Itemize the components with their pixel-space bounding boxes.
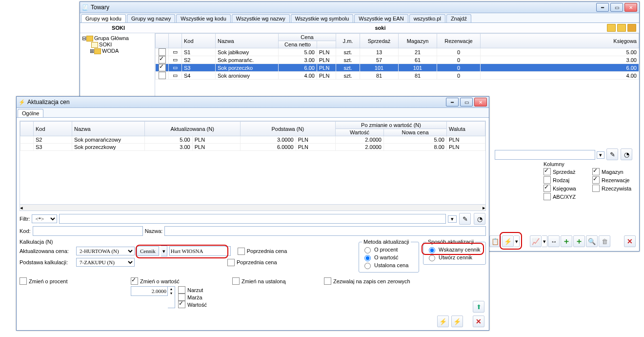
lightning-icon[interactable]: ⚡	[437, 316, 449, 327]
table-row[interactable]: ▭S2Sok pomarańc.3.00PLNszt.576103.00	[156, 56, 639, 64]
scrollbar[interactable]: ◂▸	[20, 205, 486, 211]
search-icon[interactable]: 🔍	[586, 235, 598, 247]
sposob-utworz[interactable]	[429, 255, 435, 261]
row-checkbox[interactable]	[159, 48, 166, 56]
narzut-checkbox[interactable]	[178, 286, 185, 294]
kolumny-item[interactable]: Magazyn	[592, 168, 636, 175]
highlight-ring	[422, 243, 484, 255]
towary-tabs: Grupy wg koduGrupy wg nazwyWszystkie wg …	[80, 13, 639, 23]
zm-wart-checkbox[interactable]	[131, 277, 138, 285]
folder-icon[interactable]	[607, 24, 616, 32]
lightning-icon: ⚡	[19, 99, 25, 105]
filter-icon[interactable]: ◔	[474, 213, 485, 225]
wartosc-checkbox[interactable]	[178, 301, 185, 308]
table-row[interactable]: ▭S4Sok aroniowy4.00PLNszt.818104.00	[156, 72, 639, 80]
nazwa-label: Nazwa:	[145, 228, 163, 234]
folder-icon[interactable]	[617, 24, 626, 32]
cancel-icon[interactable]: ✕	[473, 316, 484, 327]
minimize-button[interactable]: ━	[446, 98, 459, 106]
add-big-icon[interactable]: ＋	[561, 235, 572, 247]
maximize-button[interactable]: ▭	[460, 98, 473, 106]
search-input[interactable]	[495, 150, 595, 160]
table-row[interactable]: ▭S1Sok jabłkowy5.00PLNszt.132105.00	[156, 48, 639, 56]
row-checkbox[interactable]	[159, 56, 166, 63]
table-row[interactable]: S3Sok porzeczkowy3.00PLN6.0000PLN2.00008…	[20, 144, 485, 151]
filter-input[interactable]	[59, 214, 446, 224]
tab[interactable]: wszystko.pl	[409, 14, 445, 22]
pod-select[interactable]: 7-ZAKUPU (N)	[76, 258, 135, 267]
chart-icon[interactable]: 📈	[530, 235, 542, 247]
metoda-wartosc[interactable]	[364, 255, 371, 261]
akt-cena-select[interactable]: 2-HURTOWA (N)	[76, 247, 135, 255]
kolumny-item[interactable]: ABC/XYZ	[543, 193, 587, 200]
tab[interactable]: Wszystkie wg EAN	[354, 14, 408, 22]
kod-input[interactable]	[33, 226, 143, 236]
akt-bottom-toolbar: ⚡ ⚡ ✕	[437, 316, 485, 327]
kod-label: Kod:	[20, 228, 31, 234]
highlight-ring	[136, 245, 228, 258]
zm-proc-checkbox[interactable]	[20, 277, 27, 285]
row-checkbox[interactable]	[159, 64, 166, 71]
export-icon[interactable]: ⬆	[473, 301, 484, 313]
trash-icon[interactable]: 🗑	[599, 235, 610, 247]
kolumny-item[interactable]: Rodzaj	[543, 176, 587, 184]
tab[interactable]: Grupy wg kodu	[81, 14, 126, 22]
kalk-legend: Kalkulacja (N)	[20, 239, 355, 245]
filter-row: Filtr: <*> ▾ ✎ ◔	[20, 213, 486, 225]
filter-icon[interactable]: ◔	[621, 148, 632, 160]
search-row: ▾ ✎ ◔	[495, 148, 636, 160]
poprz2-checkbox[interactable]	[227, 259, 235, 266]
kolumny-panel: Kolumny SprzedażMagazynRodzajRezerwacjeK…	[543, 161, 636, 200]
kolumny-item[interactable]: Sprzedaż	[543, 168, 587, 175]
kod-nazwa-row: Kod: Nazwa:	[20, 226, 486, 236]
highlight-ring	[500, 232, 522, 250]
edit-icon[interactable]: ✎	[459, 213, 471, 225]
add-icon[interactable]: ＋	[573, 235, 585, 247]
akt-title: Aktualizacja cen	[27, 99, 446, 105]
kolumny-item[interactable]: Rezerwacje	[592, 176, 636, 184]
kolumny-item[interactable]: Księgowa	[543, 185, 587, 192]
metoda-fieldset: Metoda aktualizacji O procent O wartość …	[359, 239, 419, 273]
akt-titlebar: ⚡ Aktualizacja cen ━ ▭ ✕	[17, 97, 489, 108]
edit-icon[interactable]: ✎	[606, 148, 618, 160]
app-icon: 🧾	[82, 4, 89, 11]
metoda-procent[interactable]	[364, 247, 371, 253]
tab[interactable]: Wszystkie wg nazwy	[232, 14, 290, 22]
nazwa-input[interactable]	[164, 226, 486, 236]
tab[interactable]: Wszystkie wg symbolu	[291, 14, 354, 22]
aktualizacja-window: ⚡ Aktualizacja cen ━ ▭ ✕ Ogólne Kod Nazw…	[16, 96, 489, 331]
export-button-row: ⬆	[472, 301, 485, 313]
zm-wart-input[interactable]	[131, 286, 168, 296]
table-row[interactable]: ▭S3Sok porzeczko6.00PLNszt.10110106.00	[156, 64, 639, 72]
arrows-icon[interactable]: ↔	[548, 235, 560, 247]
filter-op[interactable]: <*>	[32, 214, 57, 223]
lightning-multi-icon[interactable]: ⚡	[451, 316, 463, 327]
poprz1-checkbox[interactable]	[238, 248, 245, 255]
group-code: SOKI	[83, 25, 154, 31]
tab[interactable]: Wszystkie wg kodu	[176, 14, 231, 22]
towary-titlebar: 🧾 Towary ━ ▭ ✕	[80, 2, 639, 13]
folder-icon[interactable]	[627, 24, 636, 32]
tab[interactable]: Grupy wg nazwy	[127, 14, 175, 22]
close-button[interactable]: ✕	[624, 3, 637, 12]
tab[interactable]: Znajdź	[446, 14, 471, 22]
akt-grid[interactable]: Kod Nazwa Aktualizowana (N) Podstawa (N)…	[20, 121, 486, 205]
table-row[interactable]: S2Sok pomarańczowy5.00PLN3.0000PLN2.0000…	[20, 136, 485, 144]
row-checkbox[interactable]	[159, 72, 166, 79]
kolumny-item[interactable]: Rzeczywista	[592, 185, 636, 192]
filter-label: Filtr:	[20, 216, 30, 222]
group-header: SOKI soki	[80, 23, 639, 33]
close-button[interactable]: ✕	[474, 98, 487, 106]
towary-title: Towary	[91, 4, 596, 11]
maximize-button[interactable]: ▭	[610, 3, 623, 12]
minimize-button[interactable]: ━	[596, 3, 609, 12]
tab-ogolne[interactable]: Ogólne	[18, 109, 43, 117]
zezw-checkbox[interactable]	[324, 277, 331, 285]
cancel-icon[interactable]: ✕	[624, 235, 636, 247]
kolumny-title: Kolumny	[543, 161, 636, 167]
group-name: soki	[154, 25, 607, 31]
metoda-ustalona[interactable]	[364, 263, 371, 269]
zm-ust-checkbox[interactable]	[232, 277, 240, 285]
